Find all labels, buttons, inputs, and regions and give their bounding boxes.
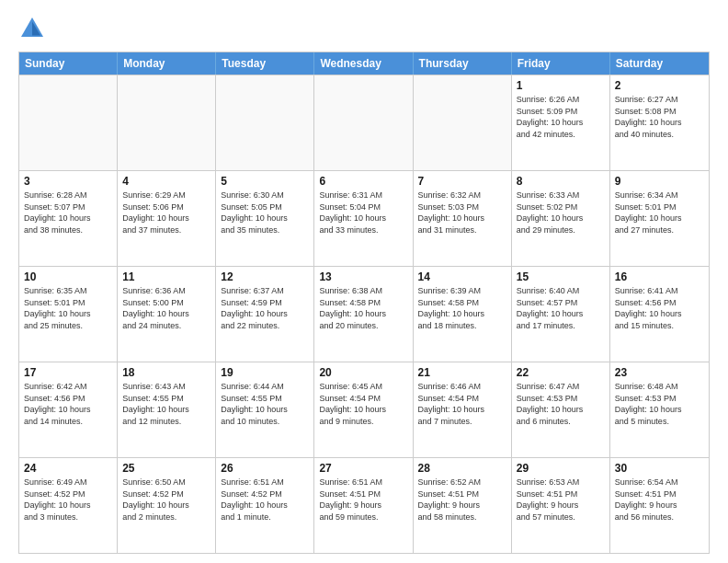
day-number: 4 [122,175,210,188]
day-info: Sunrise: 6:43 AM Sunset: 4:55 PM Dayligh… [122,381,210,427]
day-number: 10 [24,270,112,283]
calendar-cell [19,75,118,170]
calendar-row-4: 24Sunrise: 6:49 AM Sunset: 4:52 PM Dayli… [19,457,709,553]
calendar-cell: 18Sunrise: 6:43 AM Sunset: 4:55 PM Dayli… [118,362,216,457]
day-number: 17 [24,366,112,379]
header-day-monday: Monday [118,52,216,75]
header-day-saturday: Saturday [610,52,709,75]
day-number: 14 [418,270,506,283]
day-number: 22 [517,366,605,379]
calendar-cell: 25Sunrise: 6:50 AM Sunset: 4:52 PM Dayli… [118,458,216,553]
day-info: Sunrise: 6:51 AM Sunset: 4:52 PM Dayligh… [221,477,309,523]
day-info: Sunrise: 6:52 AM Sunset: 4:51 PM Dayligh… [418,477,506,523]
calendar-cell: 19Sunrise: 6:44 AM Sunset: 4:55 PM Dayli… [216,362,314,457]
calendar-cell [314,75,413,170]
calendar-cell: 1Sunrise: 6:26 AM Sunset: 5:09 PM Daylig… [512,75,610,170]
day-number: 27 [319,462,407,475]
header-day-thursday: Thursday [414,52,512,75]
logo [18,15,50,42]
calendar-cell: 30Sunrise: 6:54 AM Sunset: 4:51 PM Dayli… [610,458,709,553]
header-day-friday: Friday [512,52,610,75]
calendar-cell: 27Sunrise: 6:51 AM Sunset: 4:51 PM Dayli… [314,458,413,553]
day-info: Sunrise: 6:33 AM Sunset: 5:02 PM Dayligh… [517,190,605,236]
day-number: 3 [24,175,112,188]
day-number: 25 [122,462,210,475]
day-number: 5 [221,175,309,188]
calendar-cell: 15Sunrise: 6:40 AM Sunset: 4:57 PM Dayli… [512,267,610,362]
day-info: Sunrise: 6:26 AM Sunset: 5:09 PM Dayligh… [517,94,605,140]
calendar-cell: 10Sunrise: 6:35 AM Sunset: 5:01 PM Dayli… [19,267,118,362]
logo-icon [18,15,46,42]
day-info: Sunrise: 6:38 AM Sunset: 4:58 PM Dayligh… [319,285,407,331]
calendar-cell: 23Sunrise: 6:48 AM Sunset: 4:53 PM Dayli… [610,362,709,457]
day-number: 30 [615,462,704,475]
day-number: 8 [517,175,605,188]
day-number: 15 [517,270,605,283]
calendar-cell: 21Sunrise: 6:46 AM Sunset: 4:54 PM Dayli… [414,362,512,457]
calendar-body: 1Sunrise: 6:26 AM Sunset: 5:09 PM Daylig… [19,75,709,553]
day-info: Sunrise: 6:36 AM Sunset: 5:00 PM Dayligh… [122,285,210,331]
day-info: Sunrise: 6:29 AM Sunset: 5:06 PM Dayligh… [122,190,210,236]
calendar-cell: 2Sunrise: 6:27 AM Sunset: 5:08 PM Daylig… [610,75,709,170]
day-number: 2 [615,79,704,92]
calendar-cell: 22Sunrise: 6:47 AM Sunset: 4:53 PM Dayli… [512,362,610,457]
day-number: 7 [418,175,506,188]
calendar-cell: 24Sunrise: 6:49 AM Sunset: 4:52 PM Dayli… [19,458,118,553]
day-info: Sunrise: 6:35 AM Sunset: 5:01 PM Dayligh… [24,285,112,331]
day-info: Sunrise: 6:48 AM Sunset: 4:53 PM Dayligh… [615,381,704,427]
calendar-cell: 3Sunrise: 6:28 AM Sunset: 5:07 PM Daylig… [19,171,118,266]
calendar-cell: 12Sunrise: 6:37 AM Sunset: 4:59 PM Dayli… [216,267,314,362]
calendar-cell [414,75,512,170]
day-number: 26 [221,462,309,475]
day-number: 18 [122,366,210,379]
calendar-cell: 29Sunrise: 6:53 AM Sunset: 4:51 PM Dayli… [512,458,610,553]
day-info: Sunrise: 6:51 AM Sunset: 4:51 PM Dayligh… [319,477,407,523]
calendar-cell: 8Sunrise: 6:33 AM Sunset: 5:02 PM Daylig… [512,171,610,266]
calendar-cell: 17Sunrise: 6:42 AM Sunset: 4:56 PM Dayli… [19,362,118,457]
header-day-sunday: Sunday [19,52,118,75]
day-info: Sunrise: 6:30 AM Sunset: 5:05 PM Dayligh… [221,190,309,236]
day-info: Sunrise: 6:32 AM Sunset: 5:03 PM Dayligh… [418,190,506,236]
calendar-cell: 28Sunrise: 6:52 AM Sunset: 4:51 PM Dayli… [414,458,512,553]
day-number: 23 [615,366,704,379]
header [18,15,710,42]
day-info: Sunrise: 6:42 AM Sunset: 4:56 PM Dayligh… [24,381,112,427]
day-number: 21 [418,366,506,379]
calendar-cell: 9Sunrise: 6:34 AM Sunset: 5:01 PM Daylig… [610,171,709,266]
calendar-row-0: 1Sunrise: 6:26 AM Sunset: 5:09 PM Daylig… [19,75,709,170]
day-info: Sunrise: 6:54 AM Sunset: 4:51 PM Dayligh… [615,477,704,523]
calendar-cell: 6Sunrise: 6:31 AM Sunset: 5:04 PM Daylig… [314,171,413,266]
day-number: 24 [24,462,112,475]
day-info: Sunrise: 6:46 AM Sunset: 4:54 PM Dayligh… [418,381,506,427]
day-info: Sunrise: 6:37 AM Sunset: 4:59 PM Dayligh… [221,285,309,331]
day-number: 11 [122,270,210,283]
calendar-cell: 26Sunrise: 6:51 AM Sunset: 4:52 PM Dayli… [216,458,314,553]
day-info: Sunrise: 6:40 AM Sunset: 4:57 PM Dayligh… [517,285,605,331]
calendar-cell: 14Sunrise: 6:39 AM Sunset: 4:58 PM Dayli… [414,267,512,362]
calendar-row-1: 3Sunrise: 6:28 AM Sunset: 5:07 PM Daylig… [19,170,709,266]
calendar-cell: 13Sunrise: 6:38 AM Sunset: 4:58 PM Dayli… [314,267,413,362]
calendar-cell [216,75,314,170]
day-number: 13 [319,270,407,283]
calendar-cell: 4Sunrise: 6:29 AM Sunset: 5:06 PM Daylig… [118,171,216,266]
calendar-header: SundayMondayTuesdayWednesdayThursdayFrid… [19,52,709,75]
day-info: Sunrise: 6:34 AM Sunset: 5:01 PM Dayligh… [615,190,704,236]
calendar-cell: 11Sunrise: 6:36 AM Sunset: 5:00 PM Dayli… [118,267,216,362]
day-info: Sunrise: 6:50 AM Sunset: 4:52 PM Dayligh… [122,477,210,523]
day-info: Sunrise: 6:44 AM Sunset: 4:55 PM Dayligh… [221,381,309,427]
day-info: Sunrise: 6:47 AM Sunset: 4:53 PM Dayligh… [517,381,605,427]
day-number: 20 [319,366,407,379]
calendar-row-3: 17Sunrise: 6:42 AM Sunset: 4:56 PM Dayli… [19,362,709,457]
calendar: SundayMondayTuesdayWednesdayThursdayFrid… [18,52,710,554]
day-info: Sunrise: 6:39 AM Sunset: 4:58 PM Dayligh… [418,285,506,331]
day-number: 9 [615,175,704,188]
calendar-row-2: 10Sunrise: 6:35 AM Sunset: 5:01 PM Dayli… [19,266,709,362]
day-info: Sunrise: 6:28 AM Sunset: 5:07 PM Dayligh… [24,190,112,236]
day-info: Sunrise: 6:45 AM Sunset: 4:54 PM Dayligh… [319,381,407,427]
day-number: 1 [517,79,605,92]
calendar-cell: 20Sunrise: 6:45 AM Sunset: 4:54 PM Dayli… [314,362,413,457]
calendar-cell [118,75,216,170]
calendar-cell: 5Sunrise: 6:30 AM Sunset: 5:05 PM Daylig… [216,171,314,266]
day-info: Sunrise: 6:31 AM Sunset: 5:04 PM Dayligh… [319,190,407,236]
day-number: 19 [221,366,309,379]
